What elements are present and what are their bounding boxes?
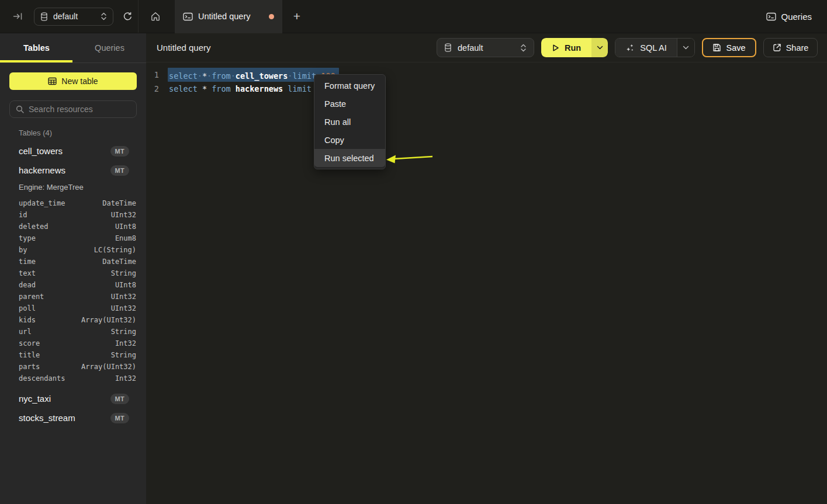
terminal-icon [183, 12, 193, 21]
menu-item-run-all[interactable]: Run all [314, 113, 385, 131]
code-line-2[interactable]: 2select * from hackernews limit [146, 82, 827, 96]
column-type: String [111, 269, 136, 277]
column-name: parent [19, 293, 44, 301]
column-type: String [111, 328, 136, 336]
engine-badge: MT [110, 165, 129, 176]
sidebar-content: New table Tables (4) cell_towersMThacker… [0, 63, 146, 427]
columns-list: update_timeDateTimeidUInt32deletedUInt8t… [9, 197, 137, 384]
unsaved-indicator-dot [269, 14, 274, 19]
table-icon [48, 77, 57, 85]
menu-item-format-query[interactable]: Format query [314, 77, 385, 95]
context-menu: Format queryPasteRun allCopyRun selected [314, 74, 386, 169]
code-text: select * from hackernews limit [169, 82, 312, 96]
column-row: byLC(String) [9, 244, 137, 256]
queries-button-label: Queries [781, 12, 812, 22]
new-tab-button[interactable]: + [290, 9, 303, 23]
engine-badge: MT [110, 413, 129, 423]
new-table-label: New table [61, 77, 98, 86]
sidebar-tabs: Tables Queries [0, 33, 146, 63]
run-button[interactable]: Run [541, 38, 591, 57]
table-row-hackernews[interactable]: hackernewsMT [9, 161, 137, 180]
chevron-updown-icon [520, 44, 527, 52]
share-button-label: Share [786, 43, 809, 53]
code-line-1[interactable]: 1select·*·from·cell_towers·limit·100 [146, 68, 827, 82]
column-row: timeDateTime [9, 256, 137, 267]
column-row: idUInt32 [9, 209, 137, 221]
sidebar-tab-tables[interactable]: Tables [0, 33, 73, 62]
engine-badge: MT [110, 394, 129, 404]
sparkles-icon [625, 43, 635, 53]
column-name: poll [19, 304, 36, 312]
column-name: deleted [19, 223, 49, 231]
column-type: Int32 [115, 374, 136, 383]
column-type: Int32 [115, 339, 136, 347]
table-name: stocks_stream [19, 413, 75, 423]
column-row: pollUInt32 [9, 303, 137, 314]
column-name: title [19, 351, 40, 359]
column-type: Array(UInt32) [81, 363, 136, 371]
play-icon [552, 44, 559, 52]
toolbar-database-value: default [458, 43, 514, 53]
sidebar-tab-queries[interactable]: Queries [73, 33, 146, 62]
column-name: descendants [19, 374, 65, 383]
sql-ai-button-group: SQL AI [615, 38, 695, 57]
database-icon [444, 43, 452, 52]
app: default Untitled query + Querie [0, 0, 827, 504]
database-selector[interactable]: default [34, 8, 113, 26]
tab-untitled-query[interactable]: Untitled query [175, 0, 282, 33]
menu-item-run-selected[interactable]: Run selected [314, 149, 385, 167]
table-row-stocks_stream[interactable]: stocks_streamMT [9, 408, 137, 427]
line-number: 2 [146, 82, 159, 96]
column-type: UInt32 [111, 293, 136, 301]
save-button[interactable]: Save [702, 38, 756, 57]
menu-item-copy[interactable]: Copy [314, 131, 385, 149]
run-options-button[interactable] [591, 38, 608, 57]
topbar: default Untitled query + Querie [0, 0, 827, 33]
table-name: nyc_taxi [19, 394, 51, 404]
column-row: deadUInt8 [9, 279, 137, 291]
table-row-cell_towers[interactable]: cell_towersMT [9, 141, 137, 161]
column-type: Enum8 [115, 234, 136, 242]
sql-editor[interactable]: 1select·*·from·cell_towers·limit·1002sel… [146, 62, 827, 504]
search-input[interactable] [29, 105, 134, 114]
column-row: urlString [9, 326, 137, 338]
menu-item-paste[interactable]: Paste [314, 95, 385, 113]
column-row: descendantsInt32 [9, 373, 137, 384]
queries-terminal-icon [766, 12, 776, 21]
column-row: partsArray(UInt32) [9, 361, 137, 373]
queries-button[interactable]: Queries [766, 12, 812, 22]
column-name: time [19, 258, 36, 266]
column-name: by [19, 246, 27, 254]
sidebar-tab-tables-label: Tables [23, 43, 50, 53]
table-row-nyc_taxi[interactable]: nyc_taxiMT [9, 389, 137, 408]
column-type: UInt8 [115, 223, 136, 231]
sql-ai-options-button[interactable] [677, 39, 694, 57]
column-row: kidsArray(UInt32) [9, 314, 137, 326]
sql-ai-label: SQL AI [640, 43, 666, 53]
chevron-updown-icon [101, 12, 107, 20]
new-table-button[interactable]: New table [9, 72, 137, 90]
annotation-arrow [385, 150, 438, 168]
table-name: cell_towers [19, 146, 63, 156]
topbar-left: default [0, 0, 139, 33]
toolbar-database-selector[interactable]: default [437, 38, 534, 57]
search-icon [16, 105, 24, 113]
line-number: 1 [146, 68, 159, 82]
refresh-icon[interactable] [123, 12, 133, 22]
collapse-sidebar-icon[interactable] [13, 12, 23, 21]
column-row: scoreInt32 [9, 338, 137, 349]
column-row: parentUInt32 [9, 291, 137, 303]
home-icon[interactable] [148, 11, 163, 22]
column-type: LC(String) [94, 246, 136, 254]
column-row: deletedUInt8 [9, 221, 137, 232]
column-type: DateTime [102, 258, 136, 266]
editor-toolbar: default Run [437, 38, 818, 57]
editor-header: Untitled query default [146, 33, 827, 62]
spacer [9, 384, 137, 389]
column-name: url [19, 328, 32, 336]
save-button-label: Save [726, 43, 745, 53]
column-name: parts [19, 363, 40, 371]
share-button[interactable]: Share [763, 38, 818, 57]
sql-ai-button[interactable]: SQL AI [615, 39, 677, 57]
database-icon [40, 12, 48, 21]
